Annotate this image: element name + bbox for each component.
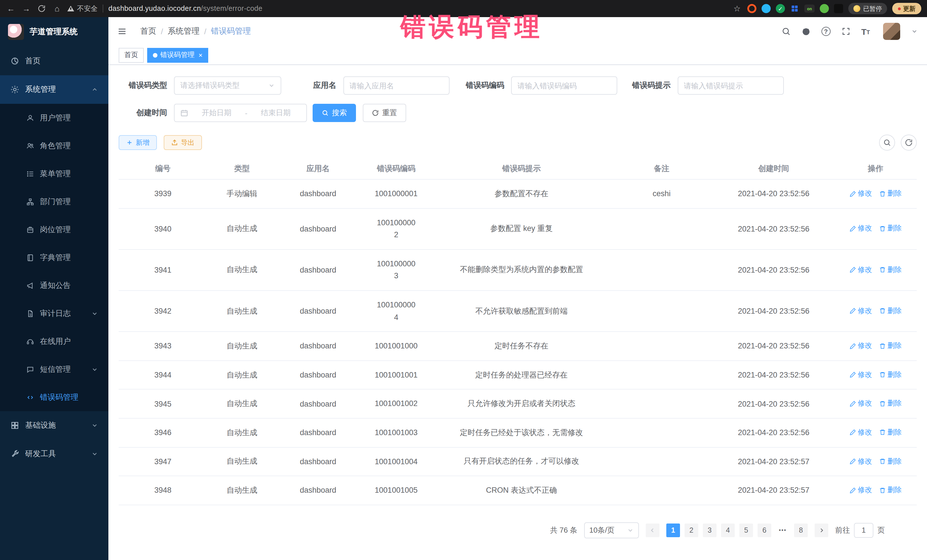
delete-link[interactable]: 删除	[879, 341, 902, 351]
sidebar-item-user-mgmt[interactable]: 用户管理	[0, 104, 108, 132]
breadcrumb-separator: /	[161, 27, 163, 36]
extension-target-icon[interactable]	[747, 4, 757, 13]
edit-link[interactable]: 修改	[849, 457, 872, 466]
extensions-puzzle-icon[interactable]	[834, 4, 843, 13]
toggle-search-button[interactable]	[879, 135, 895, 150]
sidebar-item-online-users[interactable]: 在线用户	[0, 327, 108, 355]
goto-page-input[interactable]	[854, 523, 873, 537]
cell-id: 3942	[119, 291, 207, 332]
extension-leaf-icon[interactable]	[820, 4, 829, 13]
delete-link[interactable]: 删除	[879, 189, 902, 199]
tab-close-icon[interactable]: ×	[199, 52, 202, 58]
page-size-select[interactable]: 10条/页	[584, 522, 639, 538]
add-button[interactable]: 新增	[119, 135, 157, 150]
cell-app: dashboard	[277, 249, 359, 291]
tab-error-code-mgmt[interactable]: 错误码管理 ×	[147, 48, 208, 62]
sidebar-item-menu-mgmt[interactable]: 菜单管理	[0, 160, 108, 188]
sidebar-item-role-mgmt[interactable]: 角色管理	[0, 132, 108, 160]
search-icon[interactable]	[781, 27, 790, 36]
table-row: 3944 自动生成 dashboard 1001001001 定时任务的处理器已…	[119, 361, 917, 390]
cell-code: 1001001005	[359, 476, 433, 505]
sidebar-item-system-mgmt[interactable]: 系统管理	[0, 75, 108, 104]
sidebar-item-home[interactable]: 首页	[0, 47, 108, 75]
bookmark-star-icon[interactable]: ☆	[732, 4, 742, 13]
error-hint-input[interactable]	[684, 81, 777, 90]
chevron-down-icon[interactable]	[911, 28, 918, 35]
breadcrumb-system-mgmt[interactable]: 系统管理	[168, 26, 200, 36]
delete-link[interactable]: 删除	[879, 428, 902, 437]
url-bar[interactable]: dashboard.yudao.iocoder.cn/system/error-…	[108, 5, 263, 12]
font-size-icon[interactable]: TT	[861, 27, 870, 36]
site-security-indicator[interactable]: 不安全	[67, 4, 97, 14]
sidebar-item-infrastructure[interactable]: 基础设施	[0, 411, 108, 440]
date-range-picker[interactable]: 开始日期 - 结束日期	[174, 104, 307, 122]
page-button-3[interactable]: 3	[703, 523, 716, 537]
delete-link[interactable]: 删除	[879, 457, 902, 466]
sidebar-item-notice[interactable]: 通知公告	[0, 272, 108, 299]
error-code-input[interactable]	[517, 81, 611, 90]
refresh-table-button[interactable]	[901, 135, 917, 150]
page-button-5[interactable]: 5	[739, 523, 753, 537]
delete-link[interactable]: 删除	[879, 399, 902, 408]
cell-hint: CRON 表达式不正确	[433, 476, 610, 505]
sidebar-item-dept-mgmt[interactable]: 部门管理	[0, 188, 108, 216]
goto-suffix: 页	[877, 525, 885, 535]
avatar[interactable]	[883, 23, 900, 40]
extension-check-icon[interactable]: ✓	[776, 4, 785, 13]
help-icon[interactable]: ?	[821, 27, 830, 36]
export-button[interactable]: 导出	[164, 135, 202, 150]
paused-badge[interactable]: 已暂停	[848, 3, 887, 14]
menu-fold-icon[interactable]	[117, 27, 127, 36]
edit-link[interactable]: 修改	[849, 341, 872, 351]
tab-home[interactable]: 首页	[119, 48, 144, 62]
sidebar-item-audit-log[interactable]: 审计日志	[0, 299, 108, 327]
edit-link[interactable]: 修改	[849, 306, 872, 316]
page-button-8[interactable]: 8	[794, 523, 808, 537]
page-button-6[interactable]: 6	[758, 523, 771, 537]
sidebar-item-post-mgmt[interactable]: 岗位管理	[0, 216, 108, 243]
error-type-select[interactable]: 请选择错误码类型	[174, 76, 281, 95]
extension-on-badge[interactable]: on	[804, 5, 815, 12]
page-button-1[interactable]: 1	[666, 523, 680, 537]
sidebar-item-sms-mgmt[interactable]: 短信管理	[0, 355, 108, 383]
delete-link[interactable]: 删除	[879, 224, 902, 234]
chevron-down-icon	[91, 310, 98, 317]
edit-link[interactable]: 修改	[849, 485, 872, 495]
delete-link[interactable]: 删除	[879, 485, 902, 495]
sidebar-item-dev-tools[interactable]: 研发工具	[0, 440, 108, 468]
extension-picker-icon[interactable]	[761, 4, 771, 13]
sidebar-item-label: 错误码管理	[40, 392, 78, 402]
cell-actions: 修改 删除	[834, 179, 917, 208]
back-icon[interactable]: ←	[6, 4, 16, 13]
prev-page-button[interactable]	[646, 523, 660, 537]
search-button[interactable]: 搜索	[313, 104, 356, 122]
home-icon[interactable]: ⌂	[52, 4, 62, 13]
edit-link[interactable]: 修改	[849, 428, 872, 437]
edit-link[interactable]: 修改	[849, 265, 872, 275]
extension-grid-icon[interactable]	[790, 4, 799, 13]
app-name-input[interactable]	[350, 81, 443, 90]
divider	[103, 5, 103, 12]
next-page-button[interactable]	[815, 523, 828, 537]
cell-id: 3945	[119, 390, 207, 418]
fullscreen-icon[interactable]	[841, 27, 850, 36]
page-button-2[interactable]: 2	[685, 523, 698, 537]
reset-button[interactable]: 重置	[363, 104, 406, 122]
edit-link[interactable]: 修改	[849, 370, 872, 380]
edit-link[interactable]: 修改	[849, 224, 872, 234]
warning-icon	[67, 6, 74, 11]
browser-update-button[interactable]: 更新	[892, 3, 921, 14]
edit-link[interactable]: 修改	[849, 399, 872, 408]
page-ellipsis[interactable]: •••	[776, 523, 790, 537]
sidebar-item-error-code-mgmt[interactable]: 错误码管理	[0, 383, 108, 411]
delete-link[interactable]: 删除	[879, 265, 902, 275]
page-button-4[interactable]: 4	[721, 523, 735, 537]
github-icon[interactable]	[801, 27, 810, 36]
breadcrumb-home[interactable]: 首页	[140, 26, 156, 36]
delete-link[interactable]: 删除	[879, 370, 902, 380]
edit-link[interactable]: 修改	[849, 189, 872, 199]
delete-link[interactable]: 删除	[879, 306, 902, 316]
sidebar-item-dict-mgmt[interactable]: 字典管理	[0, 243, 108, 272]
forward-icon[interactable]: →	[21, 4, 31, 13]
reload-icon[interactable]	[36, 5, 47, 12]
